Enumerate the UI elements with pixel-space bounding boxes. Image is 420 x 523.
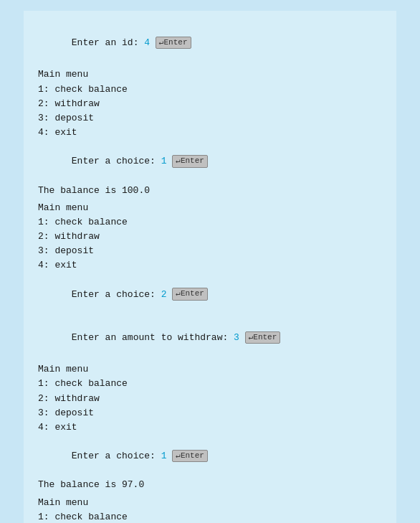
section-2-menu: Main menu 1: check balance 2: withdraw 3… — [38, 362, 382, 492]
enter-id-value: 4 — [144, 37, 150, 48]
withdraw-label-1: Enter an amount to withdraw: — [72, 332, 234, 343]
choice-label-1: Enter a choice: — [72, 289, 161, 300]
menu-title-3: Main menu — [38, 496, 382, 510]
menu-item-3-1: 3: deposit — [38, 244, 382, 258]
withdraw-line-1: Enter an amount to withdraw: 3 ↵Enter — [38, 316, 382, 359]
enter-button-choice-1[interactable]: ↵Enter — [172, 288, 208, 300]
result-0: The balance is 100.0 — [38, 184, 382, 198]
enter-button-choice-2[interactable]: ↵Enter — [172, 450, 208, 462]
menu-item-2-0: 2: withdraw — [38, 97, 382, 111]
menu-item-4-1: 4: exit — [38, 258, 382, 273]
menu-item-4-0: 4: exit — [38, 126, 382, 140]
menu-title-2: Main menu — [38, 362, 382, 377]
menu-item-2-2: 2: withdraw — [38, 392, 382, 406]
menu-item-1-3: 1: check balance — [38, 510, 382, 523]
result-2: The balance is 97.0 — [38, 478, 382, 492]
menu-title-0: Main menu — [38, 67, 382, 82]
menu-item-1-0: 1: check balance — [38, 83, 382, 97]
choice-label-0: Enter a choice: — [72, 156, 161, 166]
choice-line-2: Enter a choice: 1 ↵Enter — [38, 435, 382, 478]
section-enter-id: Enter an id: 4 ↵Enter — [38, 22, 382, 65]
choice-value-0: 1 — [161, 156, 167, 166]
enter-id-line: Enter an id: 4 ↵Enter — [38, 22, 382, 65]
choice-line-0: Enter a choice: 1 ↵Enter — [38, 140, 382, 183]
menu-item-3-0: 3: deposit — [38, 111, 382, 126]
enter-button-withdraw-1[interactable]: ↵Enter — [245, 331, 281, 344]
menu-item-4-2: 4: exit — [38, 420, 382, 435]
menu-item-1-1: 1: check balance — [38, 215, 382, 230]
section-1-menu: Main menu 1: check balance 2: withdraw 3… — [38, 201, 382, 360]
choice-line-1: Enter a choice: 2 ↵Enter — [38, 273, 382, 316]
enter-button-choice-0[interactable]: ↵Enter — [172, 155, 208, 167]
menu-item-3-2: 3: deposit — [38, 406, 382, 420]
terminal-window: Enter an id: 4 ↵Enter Main menu 1: check… — [24, 11, 396, 523]
choice-value-2: 1 — [161, 451, 167, 461]
enter-id-label: Enter an id: — [72, 37, 144, 48]
withdraw-value-1: 3 — [234, 332, 239, 343]
choice-value-1: 2 — [161, 289, 167, 300]
section-0-menu: Main menu 1: check balance 2: withdraw 3… — [38, 67, 382, 197]
choice-label-2: Enter a choice: — [72, 451, 161, 461]
enter-button-id[interactable]: ↵Enter — [156, 37, 191, 49]
menu-item-2-1: 2: withdraw — [38, 230, 382, 244]
menu-item-1-2: 1: check balance — [38, 377, 382, 391]
section-3-menu: Main menu 1: check balance 2: withdraw 3… — [38, 496, 382, 524]
menu-title-1: Main menu — [38, 201, 382, 215]
